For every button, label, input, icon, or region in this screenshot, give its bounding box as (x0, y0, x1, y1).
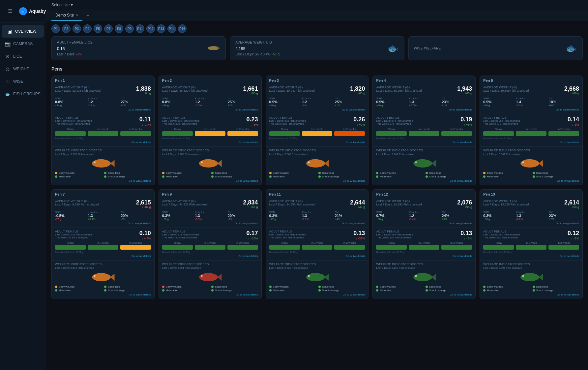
indicator-dot (55, 172, 57, 174)
go-wise-link-pen4[interactable]: Go to WISE details (376, 179, 472, 182)
sidebar-item-lice[interactable]: ⊗ LICE (0, 50, 46, 63)
svg-marker-6 (217, 160, 221, 167)
go-weight-link-pen7[interactable]: Go to weight details (55, 222, 151, 225)
summary-lice-sub: Last 7 Days: -3% (57, 52, 203, 56)
pen-title-pen5: Pen 5 (480, 76, 582, 84)
pen-selector-p12[interactable]: P12 (146, 24, 155, 33)
go-wise-link-pen3[interactable]: Go to WISE details (269, 179, 365, 182)
lice-section-pen1: ADULT FEMALE Last 7 Days: 576 Fish analy… (52, 114, 154, 147)
go-lice-link-pen11[interactable]: Go to live details (269, 255, 365, 258)
sidebar-item-cameras-label: CAMERAS (13, 42, 33, 46)
sidebar-item-cameras[interactable]: 📷 CAMERAS (0, 38, 46, 50)
go-lice-link-pen9[interactable]: Go to live details (162, 255, 258, 258)
svg-point-14 (520, 159, 539, 168)
pen-selector-p14[interactable]: P14 (167, 24, 176, 33)
go-wise-link-pen2[interactable]: Go to WISE details (162, 179, 258, 182)
pen-selector-p9[interactable]: P9 (125, 24, 134, 33)
pen-selector-p3[interactable]: P3 (73, 24, 81, 33)
wise-indicator: Maturation (269, 175, 316, 178)
go-weight-link-pen9[interactable]: Go to weight details (162, 222, 258, 225)
wise-section-pen11: WELFARE INDICATOR SCORES Last 7 Days: 2,… (266, 261, 368, 299)
go-weight-link-pen2[interactable]: Go to weight details (162, 108, 258, 111)
pen-selector-p16[interactable]: P16 (178, 24, 187, 33)
indicator-label: Maturation (273, 175, 285, 178)
sidebar-item-overview-label: OVERVIEW (15, 29, 36, 34)
pen-title-pen2: Pen 2 (159, 76, 261, 84)
top-bar: Select site ▾ (46, 0, 588, 10)
go-weight-link-pen3[interactable]: Go to weight details (269, 108, 365, 111)
go-wise-link-pen9[interactable]: Go to WISE details (162, 293, 258, 296)
indicator-label: Scale loss (215, 285, 227, 288)
wise-indicators-pen3: Body wounds Scale loss Maturation Snout … (269, 171, 365, 178)
indicator-label: Scale loss (536, 285, 548, 288)
wise-indicators-pen11: Body wounds Scale loss Maturation Snout … (269, 285, 365, 292)
indicator-label: Scale loss (108, 171, 120, 174)
go-lice-link-pen2[interactable]: Go to live details (162, 141, 258, 144)
go-wise-link-pen12[interactable]: Go to WISE details (376, 293, 472, 296)
wise-indicator: Scale loss (533, 285, 579, 288)
go-lice-link-pen7[interactable]: Go to live details (55, 255, 151, 258)
tab-demo-site[interactable]: Demo Site ✕ (51, 10, 82, 21)
indicator-dot (483, 175, 485, 178)
go-lice-link-pen4[interactable]: Go to live details (376, 141, 472, 144)
go-wise-link-pen7[interactable]: Go to WISE details (55, 293, 151, 296)
go-weight-link-pen1[interactable]: Go to weight details (55, 108, 151, 111)
go-lice-link-pen1[interactable]: Go to live details (55, 141, 151, 144)
lice-section-pen11: ADULT FEMALE Last 7 Days: 556 Fish analy… (266, 228, 368, 261)
wise-fish-pen2 (162, 157, 258, 170)
indicator-dot (104, 175, 106, 178)
pens-grid: Pen 1 AVERAGE WEIGHT (G) Last 7 Days: 32… (51, 76, 583, 299)
indicator-dot (162, 289, 164, 292)
go-wise-link-pen1[interactable]: Go to WISE details (55, 179, 151, 182)
go-weight-link-pen4[interactable]: Go to weight details (376, 108, 472, 111)
indicator-label: Body wounds (166, 285, 182, 288)
go-wise-link-pen11[interactable]: Go to WISE details (269, 293, 365, 296)
pen-card-pen4: Pen 4 AVERAGE WEIGHT (G) Last 7 Days: 38… (372, 76, 476, 185)
go-wise-link-pen5[interactable]: Go to WISE details (483, 179, 579, 182)
summary-bar: ADULT FEMALE LICE 0.16 Last 7 Days: -3% … (46, 36, 588, 64)
svg-point-20 (199, 273, 218, 281)
go-lice-link-pen12[interactable]: Go to live details (376, 255, 472, 258)
svg-point-10 (308, 161, 309, 163)
pen-title-pen1: Pen 1 (52, 76, 154, 84)
wise-indicator: Snout damage (318, 289, 365, 292)
svg-point-31 (522, 275, 524, 277)
pen-selector-p5[interactable]: P5 (94, 24, 102, 33)
go-lice-link-pen3[interactable]: Go to live details (269, 141, 365, 144)
sidebar-item-wise[interactable]: ♡ WISE (0, 75, 46, 88)
go-weight-link-pen5[interactable]: Go to weight details (483, 108, 579, 111)
go-weight-link-pen11[interactable]: Go to weight details (269, 222, 365, 225)
hamburger-icon[interactable]: ☰ (3, 4, 17, 18)
go-weight-link-pen13[interactable]: Go to weight details (483, 222, 579, 225)
wise-section-pen7: WELFARE INDICATOR SCORES Last 7 Days: 2,… (52, 261, 154, 299)
wise-fish-pen11 (269, 271, 365, 284)
sidebar-item-fish-groups[interactable]: 🐟 FISH GROUPS (0, 88, 46, 100)
pen-selector-p2[interactable]: P2 (62, 24, 71, 33)
indicator-label: Scale loss (322, 171, 334, 174)
go-lice-link-pen5[interactable]: Go to live details (483, 141, 579, 144)
indicator-dot (426, 172, 428, 174)
pen-selector-p1[interactable]: P1 (51, 24, 60, 33)
svg-marker-9 (324, 160, 329, 167)
svg-point-5 (199, 159, 218, 168)
go-lice-link-pen13[interactable]: Go to live details (483, 255, 579, 258)
svg-point-23 (306, 273, 325, 281)
pen-selector-p7[interactable]: P7 (104, 24, 113, 33)
wise-indicator: Scale loss (104, 171, 151, 174)
tab-add-button[interactable]: + (84, 11, 92, 20)
sidebar-item-weight[interactable]: ⚖ WEIGHT (0, 63, 46, 75)
sidebar-logo: ☰ 🐟 Aquabyte (0, 0, 46, 22)
pen-selector-p11[interactable]: P11 (136, 24, 144, 33)
site-selector[interactable]: Select site ▾ (51, 3, 77, 7)
go-weight-link-pen12[interactable]: Go to weight details (376, 222, 472, 225)
pen-selector-p4[interactable]: P4 (83, 24, 92, 33)
indicator-dot (426, 289, 428, 292)
indicator-dot (318, 172, 321, 174)
tab-close-icon[interactable]: ✕ (76, 14, 78, 17)
pen-selector-p13[interactable]: P13 (157, 24, 165, 33)
indicator-dot (162, 172, 164, 174)
sidebar-item-overview[interactable]: ▣ OVERVIEW (2, 25, 44, 38)
wise-indicator: Body wounds (55, 171, 102, 174)
go-wise-link-pen13[interactable]: Go to WISE details (483, 293, 579, 296)
pen-selector-p8[interactable]: P8 (115, 24, 123, 33)
